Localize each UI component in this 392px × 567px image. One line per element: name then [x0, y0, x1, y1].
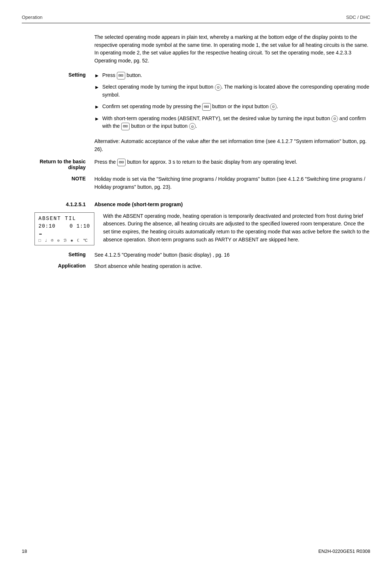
setting-bullet-list: ► Press ⊟⊡ button. ► Select operating mo… [94, 72, 370, 130]
application-section: Application Short absence while heating … [22, 262, 370, 270]
absent-line1: ABSENT TIL [38, 216, 90, 221]
setting2-label: Setting [22, 251, 94, 259]
dial-icon-3: ⊙ [270, 103, 277, 110]
absent-time: 20:10 [38, 223, 56, 229]
dial-icon-2: ⊙ [215, 84, 221, 91]
footer-doc-number: EN2H-0220GE51 R0308 [318, 548, 370, 554]
bullet-1: ► Press ⊟⊡ button. [94, 72, 370, 80]
bullet-2: ► Select operating mode by turning the i… [94, 83, 370, 99]
bullet-3: ► Confirm set operating mode by pressing… [94, 103, 370, 111]
setting-content: ► Press ⊟⊡ button. ► Select operating mo… [94, 72, 370, 134]
subsection-title: Absence mode (short-term program) [94, 201, 183, 207]
note-content: Holiday mode is set via the "Switching t… [94, 175, 370, 191]
return-section: Return to the basicdisplay Press the ⊟⊡ … [22, 158, 370, 170]
absent-display-section: ABSENT TIL 20:10 0 1:10 □ ♩ ℗ ⊙ ℬ ✱ ℂ ℃ … [22, 212, 370, 245]
btn-icon-3: ⊟⊡ [202, 103, 211, 111]
bullet-text-2: Select operating mode by turning the inp… [102, 83, 370, 99]
bullet-arrow-1: ► [94, 72, 99, 80]
setting2-section: Setting See 4.1.2.5 "Operating mode" but… [22, 251, 370, 259]
return-label-text: Return to the basicdisplay [40, 159, 86, 170]
bullet-arrow-4: ► [94, 115, 99, 123]
note-label: NOTE [22, 175, 94, 191]
page-header: Operation SDC / DHC [22, 15, 370, 23]
setting2-content: See 4.1.2.5 "Operating mode" button (bas… [94, 251, 370, 259]
bullet-arrow-2: ► [94, 83, 99, 91]
dial-icon-4b: ⊙ [189, 123, 196, 130]
btn-icon-1: ⊟⊡ [117, 72, 125, 79]
absent-display-box: ABSENT TIL 20:10 0 1:10 □ ♩ ℗ ⊙ ℬ ✱ ℂ ℃ [34, 212, 94, 245]
return-content: Press the ⊟⊡ button for approx. 3 s to r… [94, 158, 370, 170]
application-content: Short absence while heating operation is… [94, 262, 370, 270]
setting-section: Setting ► Press ⊟⊡ button. ► Select oper… [22, 72, 370, 134]
btn-icon-4: ⊟⊡ [121, 123, 130, 130]
absent-line2: 20:10 0 1:10 [38, 223, 90, 229]
setting-label: Setting [22, 72, 94, 134]
bullet-arrow-3: ► [94, 103, 99, 111]
alternative-text: Alternative: Automatic acceptance of the… [94, 138, 370, 153]
header-right: SDC / DHC [346, 15, 370, 20]
header-left: Operation [22, 15, 42, 20]
bullet-text-3: Confirm set operating mode by pressing t… [102, 103, 278, 111]
dial-icon-4a: ⊙ [331, 115, 338, 122]
absent-description: With the ABSENT operating mode, heating … [103, 212, 370, 244]
subsection-heading: 4.1.2.5.1 Absence mode (short-term progr… [22, 201, 370, 207]
absent-line3: □ ♩ ℗ ⊙ ℬ ✱ ℂ ℃ [38, 238, 90, 243]
btn-icon-return: ⊟⊡ [117, 159, 126, 166]
subsection-number: 4.1.2.5.1 [22, 201, 94, 207]
return-label: Return to the basicdisplay [22, 158, 94, 170]
bullet-4: ► With short-term operating modes (ABSEN… [94, 115, 370, 131]
note-section: NOTE Holiday mode is set via the "Switch… [22, 175, 370, 191]
bullet-text-1: Press ⊟⊡ button. [102, 72, 142, 79]
application-label: Application [22, 262, 94, 270]
bullet-text-4: With short-term operating modes (ABSENT,… [102, 115, 370, 131]
footer-page-number: 18 [22, 548, 27, 554]
absent-spacer [59, 223, 66, 229]
absent-duration: 0 1:10 [70, 223, 90, 229]
intro-paragraph: The selected operating mode appears in p… [94, 33, 370, 65]
display-left: ABSENT TIL 20:10 0 1:10 □ ♩ ℗ ⊙ ℬ ✱ ℂ ℃ [22, 212, 94, 245]
page-footer: 18 EN2H-0220GE51 R0308 [22, 548, 370, 554]
